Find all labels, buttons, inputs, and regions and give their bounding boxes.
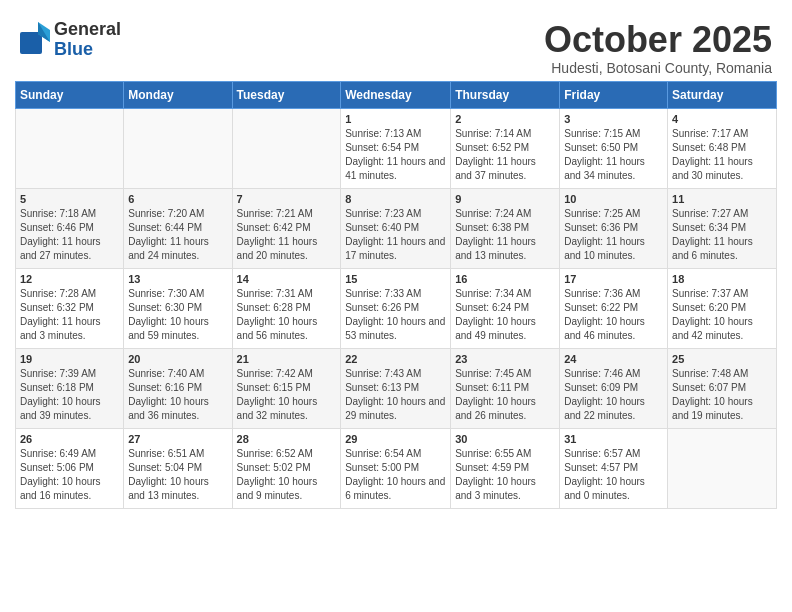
day-number: 28 <box>237 433 337 445</box>
day-number: 18 <box>672 273 772 285</box>
calendar-cell: 1Sunrise: 7:13 AMSunset: 6:54 PMDaylight… <box>341 108 451 188</box>
calendar-cell: 15Sunrise: 7:33 AMSunset: 6:26 PMDayligh… <box>341 268 451 348</box>
calendar-cell: 2Sunrise: 7:14 AMSunset: 6:52 PMDaylight… <box>451 108 560 188</box>
calendar-table: SundayMondayTuesdayWednesdayThursdayFrid… <box>15 81 777 509</box>
cell-info: Sunrise: 7:42 AMSunset: 6:15 PMDaylight:… <box>237 367 337 423</box>
calendar-cell: 30Sunrise: 6:55 AMSunset: 4:59 PMDayligh… <box>451 428 560 508</box>
logo-icon <box>20 22 50 57</box>
cell-info: Sunrise: 7:48 AMSunset: 6:07 PMDaylight:… <box>672 367 772 423</box>
calendar-cell: 26Sunrise: 6:49 AMSunset: 5:06 PMDayligh… <box>16 428 124 508</box>
day-number: 15 <box>345 273 446 285</box>
calendar-cell <box>124 108 232 188</box>
day-number: 5 <box>20 193 119 205</box>
day-number: 14 <box>237 273 337 285</box>
cell-info: Sunrise: 6:49 AMSunset: 5:06 PMDaylight:… <box>20 447 119 503</box>
calendar-cell: 14Sunrise: 7:31 AMSunset: 6:28 PMDayligh… <box>232 268 341 348</box>
page-header: General Blue October 2025 Hudesti, Botos… <box>10 10 782 81</box>
calendar-body: 1Sunrise: 7:13 AMSunset: 6:54 PMDaylight… <box>16 108 777 508</box>
cell-info: Sunrise: 7:15 AMSunset: 6:50 PMDaylight:… <box>564 127 663 183</box>
calendar-week-1: 1Sunrise: 7:13 AMSunset: 6:54 PMDaylight… <box>16 108 777 188</box>
calendar-cell: 18Sunrise: 7:37 AMSunset: 6:20 PMDayligh… <box>668 268 777 348</box>
cell-info: Sunrise: 7:17 AMSunset: 6:48 PMDaylight:… <box>672 127 772 183</box>
day-number: 19 <box>20 353 119 365</box>
weekday-header-thursday: Thursday <box>451 81 560 108</box>
calendar-cell: 23Sunrise: 7:45 AMSunset: 6:11 PMDayligh… <box>451 348 560 428</box>
cell-info: Sunrise: 7:13 AMSunset: 6:54 PMDaylight:… <box>345 127 446 183</box>
cell-info: Sunrise: 6:57 AMSunset: 4:57 PMDaylight:… <box>564 447 663 503</box>
cell-info: Sunrise: 7:39 AMSunset: 6:18 PMDaylight:… <box>20 367 119 423</box>
day-number: 24 <box>564 353 663 365</box>
calendar-cell <box>16 108 124 188</box>
day-number: 22 <box>345 353 446 365</box>
day-number: 30 <box>455 433 555 445</box>
cell-info: Sunrise: 7:40 AMSunset: 6:16 PMDaylight:… <box>128 367 227 423</box>
calendar-cell: 20Sunrise: 7:40 AMSunset: 6:16 PMDayligh… <box>124 348 232 428</box>
calendar-cell: 5Sunrise: 7:18 AMSunset: 6:46 PMDaylight… <box>16 188 124 268</box>
cell-info: Sunrise: 7:37 AMSunset: 6:20 PMDaylight:… <box>672 287 772 343</box>
day-number: 27 <box>128 433 227 445</box>
day-number: 25 <box>672 353 772 365</box>
calendar-cell: 13Sunrise: 7:30 AMSunset: 6:30 PMDayligh… <box>124 268 232 348</box>
svg-rect-0 <box>20 32 42 54</box>
calendar-cell: 25Sunrise: 7:48 AMSunset: 6:07 PMDayligh… <box>668 348 777 428</box>
day-number: 16 <box>455 273 555 285</box>
cell-info: Sunrise: 7:36 AMSunset: 6:22 PMDaylight:… <box>564 287 663 343</box>
logo-blue-text: Blue <box>54 40 121 60</box>
cell-info: Sunrise: 7:27 AMSunset: 6:34 PMDaylight:… <box>672 207 772 263</box>
calendar-cell <box>668 428 777 508</box>
cell-info: Sunrise: 7:30 AMSunset: 6:30 PMDaylight:… <box>128 287 227 343</box>
location-subtitle: Hudesti, Botosani County, Romania <box>544 60 772 76</box>
cell-info: Sunrise: 7:33 AMSunset: 6:26 PMDaylight:… <box>345 287 446 343</box>
calendar-cell: 19Sunrise: 7:39 AMSunset: 6:18 PMDayligh… <box>16 348 124 428</box>
calendar-week-3: 12Sunrise: 7:28 AMSunset: 6:32 PMDayligh… <box>16 268 777 348</box>
calendar-cell: 7Sunrise: 7:21 AMSunset: 6:42 PMDaylight… <box>232 188 341 268</box>
logo: General Blue <box>20 20 121 60</box>
calendar-header: SundayMondayTuesdayWednesdayThursdayFrid… <box>16 81 777 108</box>
calendar-cell: 4Sunrise: 7:17 AMSunset: 6:48 PMDaylight… <box>668 108 777 188</box>
calendar-cell: 28Sunrise: 6:52 AMSunset: 5:02 PMDayligh… <box>232 428 341 508</box>
cell-info: Sunrise: 7:18 AMSunset: 6:46 PMDaylight:… <box>20 207 119 263</box>
cell-info: Sunrise: 7:14 AMSunset: 6:52 PMDaylight:… <box>455 127 555 183</box>
calendar-cell: 17Sunrise: 7:36 AMSunset: 6:22 PMDayligh… <box>560 268 668 348</box>
cell-info: Sunrise: 7:24 AMSunset: 6:38 PMDaylight:… <box>455 207 555 263</box>
logo-text: General Blue <box>54 20 121 60</box>
cell-info: Sunrise: 7:45 AMSunset: 6:11 PMDaylight:… <box>455 367 555 423</box>
cell-info: Sunrise: 6:51 AMSunset: 5:04 PMDaylight:… <box>128 447 227 503</box>
cell-info: Sunrise: 7:21 AMSunset: 6:42 PMDaylight:… <box>237 207 337 263</box>
cell-info: Sunrise: 7:23 AMSunset: 6:40 PMDaylight:… <box>345 207 446 263</box>
cell-info: Sunrise: 7:46 AMSunset: 6:09 PMDaylight:… <box>564 367 663 423</box>
weekday-header-tuesday: Tuesday <box>232 81 341 108</box>
calendar-week-4: 19Sunrise: 7:39 AMSunset: 6:18 PMDayligh… <box>16 348 777 428</box>
day-number: 10 <box>564 193 663 205</box>
calendar-cell <box>232 108 341 188</box>
calendar-cell: 11Sunrise: 7:27 AMSunset: 6:34 PMDayligh… <box>668 188 777 268</box>
calendar-cell: 8Sunrise: 7:23 AMSunset: 6:40 PMDaylight… <box>341 188 451 268</box>
cell-info: Sunrise: 6:52 AMSunset: 5:02 PMDaylight:… <box>237 447 337 503</box>
day-number: 1 <box>345 113 446 125</box>
cell-info: Sunrise: 7:43 AMSunset: 6:13 PMDaylight:… <box>345 367 446 423</box>
day-number: 29 <box>345 433 446 445</box>
day-number: 4 <box>672 113 772 125</box>
calendar-cell: 31Sunrise: 6:57 AMSunset: 4:57 PMDayligh… <box>560 428 668 508</box>
day-number: 11 <box>672 193 772 205</box>
cell-info: Sunrise: 7:34 AMSunset: 6:24 PMDaylight:… <box>455 287 555 343</box>
calendar-cell: 24Sunrise: 7:46 AMSunset: 6:09 PMDayligh… <box>560 348 668 428</box>
day-number: 23 <box>455 353 555 365</box>
day-number: 17 <box>564 273 663 285</box>
day-number: 9 <box>455 193 555 205</box>
calendar-cell: 3Sunrise: 7:15 AMSunset: 6:50 PMDaylight… <box>560 108 668 188</box>
calendar-week-2: 5Sunrise: 7:18 AMSunset: 6:46 PMDaylight… <box>16 188 777 268</box>
day-number: 26 <box>20 433 119 445</box>
calendar-cell: 10Sunrise: 7:25 AMSunset: 6:36 PMDayligh… <box>560 188 668 268</box>
calendar-cell: 29Sunrise: 6:54 AMSunset: 5:00 PMDayligh… <box>341 428 451 508</box>
weekday-header-saturday: Saturday <box>668 81 777 108</box>
cell-info: Sunrise: 6:55 AMSunset: 4:59 PMDaylight:… <box>455 447 555 503</box>
calendar-cell: 21Sunrise: 7:42 AMSunset: 6:15 PMDayligh… <box>232 348 341 428</box>
cell-info: Sunrise: 7:31 AMSunset: 6:28 PMDaylight:… <box>237 287 337 343</box>
month-title: October 2025 <box>544 20 772 60</box>
day-number: 8 <box>345 193 446 205</box>
day-number: 2 <box>455 113 555 125</box>
weekday-header-friday: Friday <box>560 81 668 108</box>
cell-info: Sunrise: 7:20 AMSunset: 6:44 PMDaylight:… <box>128 207 227 263</box>
day-number: 20 <box>128 353 227 365</box>
